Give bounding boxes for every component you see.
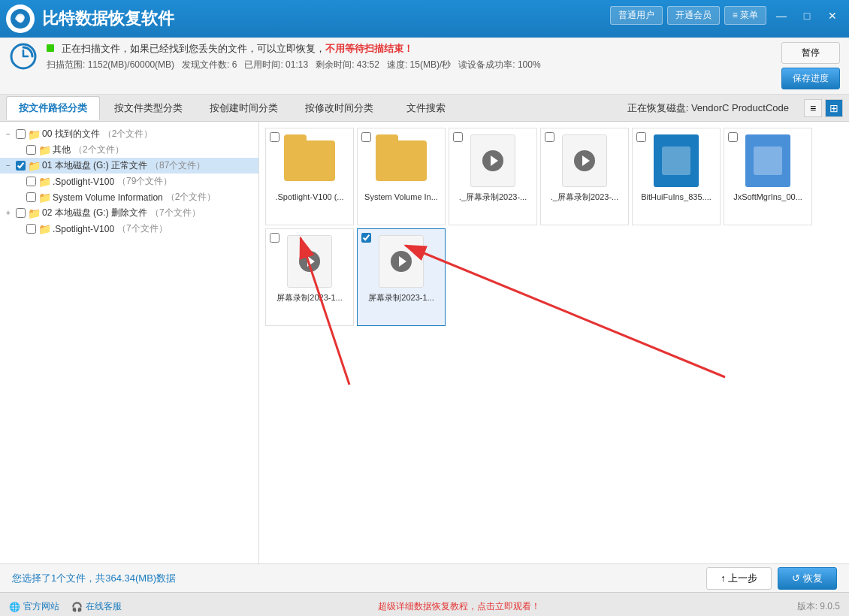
- user-button[interactable]: 普通用户: [610, 6, 663, 25]
- file-icon-video1: [467, 134, 519, 187]
- remaining-time: 剩余时间: 43:52: [316, 59, 379, 70]
- scan-speed: 速度: 15(MB)/秒: [387, 59, 451, 70]
- file-label-video3: 屏幕录制2023-1...: [276, 292, 342, 303]
- tree-checkbox-sysvo[interactable]: [26, 192, 36, 202]
- file-item-video3[interactable]: 屏幕录制2023-1...: [265, 228, 354, 326]
- folder-icon-spotlight: 📁: [38, 176, 50, 188]
- tree-toggle-sysvo: [14, 192, 24, 203]
- tree-toggle-found[interactable]: −: [3, 129, 14, 140]
- tree-item-spotlight2[interactable]: 📁 .Spotlight-V100 （7个文件）: [0, 221, 258, 237]
- file-label-video1: ._屏幕录制2023-...: [459, 192, 527, 202]
- list-view-button[interactable]: ≡: [804, 99, 822, 117]
- file-item-installer1[interactable]: BitHuiFuIns_835....: [632, 128, 721, 225]
- save-progress-button[interactable]: 保存进度: [781, 68, 840, 89]
- tree-count-spotlight2: （7个文件）: [117, 222, 168, 235]
- file-icon-installer1: [650, 134, 702, 187]
- main-content: − 📁 00 找到的文件 （2个文件） 📁 其他 （2个文件） − 📁 01 本…: [0, 122, 849, 563]
- file-checkbox-sysvo-folder[interactable]: [361, 132, 371, 142]
- file-item-spotlight-folder[interactable]: .Spotlight-V100 (...: [265, 128, 354, 225]
- file-checkbox-video2[interactable]: [545, 132, 554, 142]
- tree-checkbox-other[interactable]: [26, 145, 36, 155]
- tree-checkbox-local-disk-g[interactable]: [16, 161, 26, 171]
- scan-status-line: 正在扫描文件，如果已经找到您丢失的文件，可以立即恢复，不用等待扫描结束！: [47, 42, 772, 56]
- file-checkbox-video4[interactable]: [361, 233, 371, 243]
- file-item-installer2[interactable]: JxSoftMgrIns_00...: [724, 128, 812, 225]
- file-label-video4: 屏幕录制2023-1...: [368, 292, 434, 303]
- tree-checkbox-spotlight2[interactable]: [26, 224, 36, 234]
- tab-bar: 按文件路径分类 按文件类型分类 按创建时间分类 按修改时间分类 文件搜索 正在恢…: [0, 95, 849, 122]
- tree-count-local-disk-g: （87个文件）: [150, 159, 205, 172]
- maximize-button[interactable]: □: [796, 8, 817, 24]
- website-link[interactable]: 🌐 官方网站: [9, 600, 59, 613]
- view-toggle: ≡ ⊞: [804, 99, 843, 117]
- file-icon-installer2: [742, 134, 794, 187]
- headphone-icon: 🎧: [71, 602, 83, 612]
- file-checkbox-spotlight-folder[interactable]: [270, 132, 279, 142]
- close-button[interactable]: ✕: [822, 8, 843, 24]
- folder-icon-sysvo: 📁: [38, 192, 50, 204]
- file-checkbox-installer2[interactable]: [728, 132, 738, 142]
- back-button[interactable]: ↑ 上一步: [706, 567, 772, 590]
- tree-item-system-volume[interactable]: 📁 System Volume Information （2个文件）: [0, 189, 258, 205]
- tab-by-create-time[interactable]: 按创建时间分类: [197, 96, 291, 120]
- tree-item-spotlight[interactable]: 📁 .Spotlight-V100 （79个文件）: [0, 174, 258, 189]
- tree-label-local-disk-g2: 02 本地磁盘 (G:) 删除文件: [42, 207, 147, 219]
- tree-item-found-files[interactable]: − 📁 00 找到的文件 （2个文件）: [0, 126, 258, 142]
- tree-label-spotlight2: .Spotlight-V100: [53, 224, 114, 234]
- tree-item-local-disk-g2[interactable]: + 📁 02 本地磁盘 (G:) 删除文件 （7个文件）: [0, 205, 258, 221]
- file-checkbox-installer1[interactable]: [636, 132, 646, 142]
- scan-info-bar: 正在扫描文件，如果已经找到您丢失的文件，可以立即恢复，不用等待扫描结束！ 扫描范…: [0, 38, 849, 95]
- tree-item-other[interactable]: 📁 其他 （2个文件）: [0, 142, 258, 158]
- tree-checkbox-found[interactable]: [16, 129, 26, 139]
- file-tree-sidebar: − 📁 00 找到的文件 （2个文件） 📁 其他 （2个文件） − 📁 01 本…: [0, 122, 259, 563]
- menu-button[interactable]: ≡ 菜单: [724, 6, 766, 25]
- titlebar: 比特数据恢复软件 普通用户 开通会员 ≡ 菜单 — □ ✕: [0, 0, 849, 38]
- tree-checkbox-local-disk-g2[interactable]: [16, 208, 26, 218]
- minimize-button[interactable]: —: [771, 8, 792, 24]
- file-checkbox-video3[interactable]: [270, 233, 279, 243]
- tree-toggle-local-disk-g2[interactable]: +: [3, 208, 14, 219]
- file-icon-sysvo-folder: [375, 134, 428, 187]
- tree-count-sysvo: （2个文件）: [166, 191, 216, 204]
- tree-label-local-disk-g: 01 本地磁盘 (G:) 正常文件: [42, 159, 147, 172]
- chat-link[interactable]: 🎧 在线客服: [71, 600, 122, 613]
- file-item-video4[interactable]: 屏幕录制2023-1...: [357, 228, 446, 326]
- bottom-links: 🌐 官方网站 🎧 在线客服: [9, 600, 122, 613]
- file-item-video1[interactable]: ._屏幕录制2023-...: [449, 128, 537, 225]
- tree-toggle-spotlight2: [14, 224, 24, 234]
- recover-button[interactable]: ↺ 恢复: [778, 567, 837, 590]
- file-label-spotlight-folder: .Spotlight-V100 (...: [275, 192, 343, 202]
- tree-toggle-spotlight: [14, 177, 24, 187]
- folder-icon-other: 📁: [38, 144, 50, 156]
- folder-icon-found: 📁: [28, 128, 40, 140]
- video-play-icon4: [391, 251, 412, 272]
- tutorial-link[interactable]: 超级详细数据恢复教程，点击立即观看！: [122, 600, 797, 613]
- folder-icon-local-disk-g: 📁: [28, 160, 40, 172]
- tab-by-type[interactable]: 按文件类型分类: [101, 96, 195, 120]
- chat-label: 在线客服: [86, 600, 122, 613]
- file-grid-area: .Spotlight-V100 (... System Volume In...: [259, 122, 849, 563]
- globe-icon: 🌐: [9, 602, 20, 612]
- tab-by-modify-time[interactable]: 按修改时间分类: [292, 96, 386, 120]
- file-label-installer1: BitHuiFuIns_835....: [641, 192, 712, 202]
- file-item-sysvo-folder[interactable]: System Volume In...: [357, 128, 446, 225]
- tree-label-spotlight: .Spotlight-V100: [53, 177, 114, 187]
- tree-checkbox-spotlight[interactable]: [26, 177, 36, 186]
- video-play-icon2: [574, 150, 595, 171]
- file-checkbox-video1[interactable]: [453, 132, 463, 142]
- bottom-bar: 🌐 官方网站 🎧 在线客服 超级详细数据恢复教程，点击立即观看！ 版本: 9.0…: [0, 592, 849, 616]
- status-bar: 您选择了1个文件，共364.34(MB)数据 ↑ 上一步 ↺ 恢复: [0, 563, 849, 592]
- tab-by-path[interactable]: 按文件路径分类: [6, 96, 100, 120]
- vip-button[interactable]: 开通会员: [667, 6, 720, 25]
- video-play-icon: [482, 150, 503, 171]
- tree-count-local-disk-g2: （7个文件）: [150, 207, 201, 219]
- tree-toggle-local-disk-g[interactable]: −: [3, 161, 14, 171]
- tab-search[interactable]: 文件搜索: [394, 96, 458, 120]
- scan-warn-text: 不用等待扫描结束！: [325, 43, 413, 54]
- pause-button[interactable]: 暂停: [781, 42, 840, 64]
- grid-view-button[interactable]: ⊞: [825, 99, 843, 117]
- scan-details: 扫描范围: 1152(MB)/60000(MB) 发现文件数: 6 已用时间: …: [47, 59, 772, 71]
- file-item-video2[interactable]: ._屏幕录制2023-...: [540, 128, 629, 225]
- scan-main-status: 正在扫描文件，如果已经找到您丢失的文件，可以立即恢复，: [62, 43, 325, 54]
- tree-item-local-disk-g[interactable]: − 📁 01 本地磁盘 (G:) 正常文件 （87个文件）: [0, 158, 258, 174]
